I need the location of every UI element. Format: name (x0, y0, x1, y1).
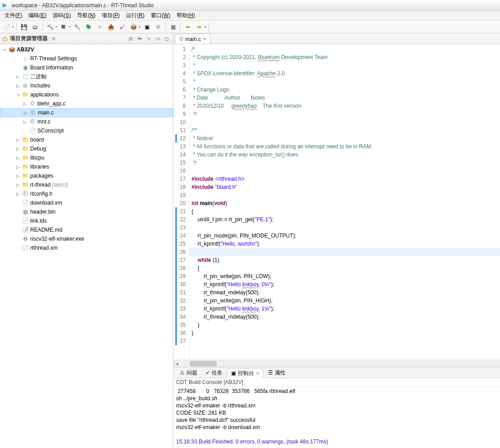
scrollbar-thumb[interactable] (190, 361, 217, 366)
tree-item[interactable]: ▷📁Debug (0, 144, 173, 153)
code-line[interactable]: rt_pin_mode(pin, PIN_MODE_OUTPUT); (190, 232, 500, 240)
code-line[interactable]: /** (190, 126, 500, 134)
menu-s[interactable]: 源码(S) (50, 11, 73, 20)
tree-item[interactable]: ▷ⓗrtconfig.h (0, 189, 173, 198)
code-line[interactable]: int main(void) (190, 199, 500, 207)
menu-h[interactable]: 帮助(H) (174, 11, 198, 20)
tree-item[interactable]: ▷📁libcpu (0, 153, 173, 162)
code-line[interactable]: rt_kprintf("Hello linkboy, 0\n"); (190, 280, 500, 288)
menu-w[interactable]: 窗口(W) (148, 11, 173, 20)
code-line[interactable]: rt_thread_mdelay(500); (190, 313, 500, 321)
link-editor-icon[interactable]: ⇆ (136, 35, 143, 42)
tree-item[interactable]: ▷⊞Includes (0, 81, 173, 90)
nav-fwd-button[interactable]: ➡▾ (194, 22, 206, 32)
code-line[interactable]: rt_pin_write(pin, PIN_HIGH); (190, 297, 500, 305)
close-icon[interactable]: ✕ (51, 36, 56, 42)
menu-n[interactable]: 导航(N) (74, 11, 98, 20)
code-line[interactable]: * Notice! (190, 134, 500, 142)
tree-item[interactable]: 📝README.md (0, 225, 173, 234)
code-line[interactable] (190, 191, 500, 199)
flash-button[interactable]: ☀ (95, 22, 105, 32)
console-output[interactable]: 277458 0 76328 353786 565fa rtthread.elf… (173, 387, 500, 448)
code-line[interactable]: #include <rtthread.h> (190, 175, 500, 183)
code-line[interactable]: * 2020/12/10 greedyhao The first version (190, 102, 500, 110)
view-menu-icon[interactable]: ▿ (145, 35, 152, 42)
code-line[interactable]: while (1) (190, 256, 500, 264)
build-tool-button[interactable]: 🛠▾ (59, 22, 71, 32)
code-line[interactable]: } (190, 329, 500, 337)
tab-close-icon[interactable]: ✕ (203, 37, 206, 41)
tree-item[interactable]: ▷📁packages (0, 171, 173, 180)
tree-item[interactable]: ▷📁board (0, 135, 173, 144)
code-line[interactable]: * (190, 61, 500, 69)
download-button[interactable]: 📥 (106, 22, 116, 32)
code-line[interactable]: * Date Author Notes (190, 94, 500, 102)
nav-back-button[interactable]: ⬅ (183, 22, 193, 32)
code-line[interactable] (190, 337, 500, 345)
tree-item[interactable]: 📄rtthread.xm (0, 243, 173, 252)
tree-item[interactable]: ▣Board Information (0, 63, 173, 72)
tree-item[interactable]: ▿📁applications (0, 90, 173, 99)
tree-item[interactable]: ▷📁libraries (0, 162, 173, 171)
code-line[interactable]: rt_kprintf("Hello linkboy, 1\n"); (190, 305, 500, 313)
code-line[interactable]: */ (190, 110, 500, 118)
code-editor[interactable]: 1234567891011121314151617181920212223242… (173, 44, 500, 360)
menu-e[interactable]: 编辑(E) (26, 11, 49, 20)
code-line[interactable]: rt_kprintf("Hello, world\n"); (190, 240, 500, 248)
new-button[interactable]: 📄▾ (2, 22, 14, 32)
maximize-icon[interactable]: ◻ (163, 35, 170, 42)
settings-button[interactable]: ⚙ (153, 22, 163, 32)
code-line[interactable]: /* (190, 45, 500, 53)
code-line[interactable]: { (190, 264, 500, 272)
bottom-tab[interactable]: ✓任务 (202, 368, 226, 378)
code-line[interactable]: { (190, 207, 500, 215)
code-line[interactable]: rt_thread_mdelay(500); (190, 288, 500, 297)
bottom-tab[interactable]: ☰属性 (264, 368, 289, 378)
tree-item[interactable]: 📄SConscript (0, 126, 173, 135)
tree-item[interactable]: ▷📁rt-thread[latest] (0, 180, 173, 189)
code-line[interactable]: rt_pin_write(pin, PIN_LOW); (190, 272, 500, 280)
code-line[interactable]: * You can do it the way exception_isr() … (190, 151, 500, 159)
code-line[interactable]: * (190, 78, 500, 86)
code-line[interactable] (190, 224, 500, 232)
code-line[interactable] (190, 118, 500, 126)
tree-item[interactable]: ⌂RT-Thread Settings (0, 54, 173, 63)
tab-close-icon[interactable]: ✕ (256, 371, 259, 376)
editor-tab-main[interactable]: © main.c ✕ (175, 34, 210, 44)
minimize-icon[interactable]: ▭ (154, 35, 161, 42)
clean-button[interactable]: 🖌 (117, 22, 127, 32)
bottom-tab[interactable]: ⚠问题 (176, 368, 201, 378)
code-line[interactable]: * Copyright (c) 2020-2021, Bluetrum Deve… (190, 53, 500, 61)
save-button[interactable]: 💾 (19, 22, 29, 32)
code-line[interactable] (190, 248, 500, 256)
code-line[interactable]: * Change Logs: (190, 86, 500, 94)
chip-button[interactable]: ▦ (168, 22, 178, 32)
code-line[interactable]: */ (190, 159, 500, 167)
code-line[interactable]: } (190, 321, 500, 329)
package-button[interactable]: 📦▾ (128, 22, 141, 32)
terminal-button[interactable]: ▣ (142, 22, 152, 32)
tree-item[interactable]: ▷©mnt.c (0, 117, 173, 126)
menu-p[interactable]: 项目(P) (99, 11, 123, 20)
tree-item[interactable]: ▷©main.c (0, 108, 173, 117)
code-line[interactable]: * All functions or data that are called … (190, 142, 500, 151)
tree-root[interactable]: ▿ 📦 AB32V (0, 45, 173, 54)
code-line[interactable]: * SPDX-License-Identifier: Apache-2.0 (190, 69, 500, 78)
tree-item[interactable]: ▷⬚二进制 (0, 72, 173, 81)
tree-item[interactable]: 📄link.lds (0, 216, 173, 225)
tree-item[interactable]: ▷©blehr_app.c (0, 99, 173, 108)
tree-item[interactable]: ⚙riscv32-elf-xmaker.exe (0, 234, 173, 243)
code-line[interactable] (190, 167, 500, 175)
project-tree[interactable]: ▿ 📦 AB32V ⌂RT-Thread Settings▣Board Info… (0, 44, 173, 448)
collapse-all-icon[interactable]: ⊟ (127, 35, 134, 42)
code-line[interactable]: uint8_t pin = rt_pin_get("PE.1"); (190, 215, 500, 224)
menu-f[interactable]: 文件(F) (2, 11, 25, 20)
editor-hscrollbar[interactable]: ◂ (173, 360, 500, 367)
tree-item[interactable]: 📄download.xm (0, 198, 173, 207)
debug-button[interactable]: 🪲 (83, 22, 93, 32)
bottom-tab[interactable]: ▣控制台 ✕ (227, 368, 264, 378)
save-all-button[interactable]: 🗂 (30, 22, 40, 32)
build-button[interactable]: 🔨▾ (45, 22, 57, 32)
tree-item[interactable]: ▦header.bin (0, 207, 173, 216)
wrench-button[interactable]: 🔧 (72, 22, 82, 32)
